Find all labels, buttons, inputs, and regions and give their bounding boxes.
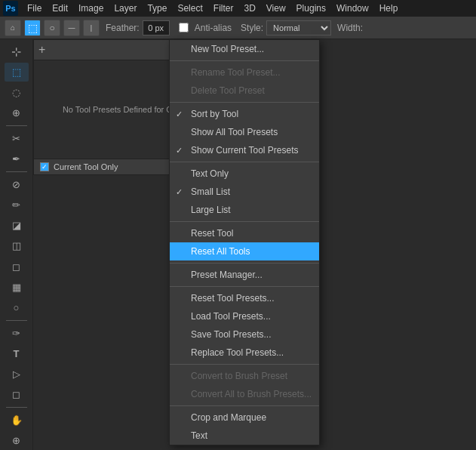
menu-item-label: Sort by Tool — [191, 109, 238, 119]
menu-separator — [170, 102, 319, 103]
menu-item-label: Show Current Tool Presets — [191, 145, 299, 156]
menu-edit[interactable]: Edit — [48, 2, 72, 15]
menu-separator — [170, 162, 319, 162]
tool-crop[interactable]: ✂ — [5, 129, 29, 148]
tool-path-select[interactable]: ▷ — [5, 365, 29, 384]
menu-item-large-list[interactable]: Large List — [170, 201, 319, 219]
menu-item-reset-tool[interactable]: Reset Tool — [170, 224, 319, 242]
home-btn[interactable]: ⌂ — [5, 20, 21, 36]
tool-magic-wand[interactable]: ⊕ — [5, 103, 29, 122]
menu-item-label: Large List — [191, 205, 231, 215]
menu-checkmark-icon: ✓ — [176, 109, 183, 119]
menu-item-replace-tool-presets[interactable]: Replace Tool Presets... — [170, 344, 319, 362]
marquee-ellipse-btn[interactable]: ○ — [44, 20, 60, 36]
tool-marquee[interactable]: ⬚ — [5, 63, 29, 82]
menu-item-label: Reset Tool — [191, 228, 233, 239]
tool-eyedropper[interactable]: ✒ — [5, 149, 29, 168]
tool-pen[interactable]: ✑ — [5, 324, 29, 343]
menu-item-reset-tool-presets[interactable]: Reset Tool Presets... — [170, 289, 319, 307]
menu-item-label: Convert All to Brush Presets... — [191, 389, 312, 399]
marquee-col-btn[interactable]: | — [83, 20, 100, 36]
content-area: + ⚙ No Tool Presets Defined for Current … — [33, 39, 476, 450]
menu-item-label: Text — [191, 430, 207, 441]
menu-item-label: Crop and Marquee — [191, 412, 266, 423]
tool-shape[interactable]: ◻ — [5, 385, 29, 404]
menu-item-label: Text Only — [191, 168, 229, 179]
menu-item-sort-by-tool[interactable]: ✓Sort by Tool — [170, 105, 319, 123]
tool-gradient[interactable]: ▦ — [5, 278, 29, 297]
menu-item-label: Show All Tool Presets — [191, 127, 278, 137]
menu-filter[interactable]: Filter — [209, 2, 238, 15]
options-toolbar: ⌂ ⬚ ○ — | Feather: Anti-alias Style: Nor… — [0, 17, 476, 39]
menu-item-text[interactable]: Text — [170, 427, 319, 445]
marquee-row-btn[interactable]: — — [63, 20, 80, 36]
menu-checkmark-icon: ✓ — [176, 187, 183, 197]
menu-item-save-tool-presets[interactable]: Save Tool Presets... — [170, 325, 319, 344]
menu-layer[interactable]: Layer — [109, 2, 141, 15]
menu-item-label: Save Tool Presets... — [191, 329, 272, 340]
menu-item-label: New Tool Preset... — [191, 44, 264, 54]
menu-item-label: Reset Tool Presets... — [191, 293, 275, 304]
menu-select[interactable]: Select — [173, 2, 207, 15]
menu-item-label: Reset All Tools — [191, 246, 250, 257]
menu-item-show-all-tool-presets[interactable]: Show All Tool Presets — [170, 123, 319, 141]
main-layout: ⊹ ⬚ ◌ ⊕ ✂ ✒ ⊘ ✏ ◪ ◫ ◻ ▦ ○ ✑ T ▷ ◻ ✋ ⊕ + … — [0, 39, 476, 450]
feather-label: Feather: — [106, 23, 140, 33]
menu-item-label: Small List — [191, 186, 230, 197]
marquee-rect-btn[interactable]: ⬚ — [24, 20, 41, 36]
menu-help[interactable]: Help — [375, 2, 403, 15]
menu-item-preset-manager[interactable]: Preset Manager... — [170, 266, 319, 284]
menu-item-delete-tool-preset: Delete Tool Preset — [170, 82, 319, 100]
dropdown-menu: New Tool Preset...Rename Tool Preset...D… — [169, 39, 320, 445]
menu-item-label: Rename Tool Preset... — [191, 67, 281, 78]
tool-brush[interactable]: ✏ — [5, 196, 29, 214]
tool-eraser[interactable]: ◻ — [5, 257, 29, 276]
menu-item-convert-all-to-brush: Convert All to Brush Presets... — [170, 385, 319, 403]
tool-move[interactable]: ⊹ — [5, 42, 29, 61]
feather-input[interactable] — [143, 20, 170, 35]
menu-item-load-tool-presets[interactable]: Load Tool Presets... — [170, 307, 319, 325]
tool-clone[interactable]: ◪ — [5, 216, 29, 235]
menu-item-reset-all-tools[interactable]: Reset All Tools — [170, 242, 319, 260]
menu-item-label: Delete Tool Preset — [191, 85, 265, 96]
menu-item-small-list[interactable]: ✓Small List — [170, 183, 319, 201]
tool-divider-2 — [6, 171, 27, 172]
menu-item-rename-tool-preset: Rename Tool Preset... — [170, 63, 319, 82]
menu-view[interactable]: View — [262, 2, 290, 15]
tool-healing[interactable]: ⊘ — [5, 175, 29, 194]
tool-history[interactable]: ◫ — [5, 236, 29, 255]
tool-dodge[interactable]: ○ — [5, 298, 29, 317]
width-label: Width: — [337, 23, 363, 33]
menu-3d[interactable]: 3D — [239, 2, 259, 15]
menu-window[interactable]: Window — [332, 2, 373, 15]
menu-image[interactable]: Image — [74, 2, 108, 15]
style-label: Style: — [241, 23, 263, 33]
menu-item-new-tool-preset[interactable]: New Tool Preset... — [170, 40, 319, 58]
menu-item-crop-and-marquee[interactable]: Crop and Marquee — [170, 408, 319, 427]
menu-item-label: Preset Manager... — [191, 270, 263, 280]
tool-hand[interactable]: ✋ — [5, 411, 29, 430]
menu-separator — [170, 286, 319, 287]
menu-separator — [170, 405, 319, 406]
antialias-checkbox[interactable] — [179, 23, 189, 32]
app-logo: Ps — [3, 1, 18, 16]
tool-text[interactable]: T — [5, 344, 29, 363]
style-select[interactable]: Normal Fixed Ratio Fixed Size — [266, 20, 331, 35]
menu-plugins[interactable]: Plugins — [292, 2, 330, 15]
tool-zoom[interactable]: ⊕ — [5, 431, 29, 450]
menu-item-text-only[interactable]: Text Only — [170, 165, 319, 183]
menu-checkmark-icon: ✓ — [176, 146, 183, 156]
checkbox-check-icon: ✓ — [41, 163, 48, 171]
menu-separator — [170, 221, 319, 222]
menu-item-label: Convert to Brush Preset — [191, 371, 287, 381]
current-tool-only-checkbox[interactable]: ✓ — [40, 162, 49, 171]
menu-file[interactable]: File — [23, 2, 46, 15]
tool-lasso[interactable]: ◌ — [5, 83, 29, 102]
menu-separator — [170, 364, 319, 365]
menu-item-label: Replace Tool Presets... — [191, 347, 284, 358]
menu-separator — [170, 263, 319, 264]
menu-item-show-current-tool-presets[interactable]: ✓Show Current Tool Presets — [170, 141, 319, 159]
presets-panel-add[interactable]: + — [38, 43, 45, 57]
menu-item-label: Load Tool Presets... — [191, 311, 271, 322]
menu-type[interactable]: Type — [143, 2, 171, 15]
